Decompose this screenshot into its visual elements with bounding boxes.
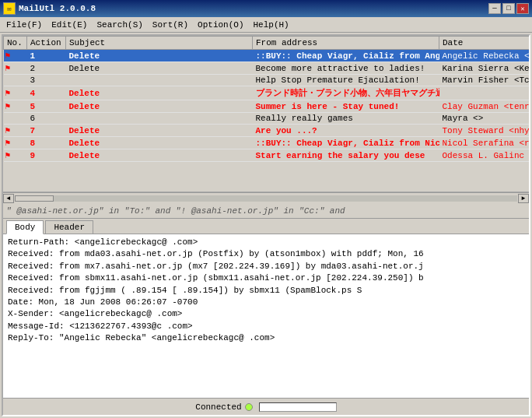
tab-header[interactable]: Header xyxy=(45,220,93,234)
row-subject: Really really games xyxy=(253,113,439,125)
row-flag: ⚑ xyxy=(4,50,27,62)
row-action: Delete xyxy=(66,86,253,100)
row-flag: ⚑ xyxy=(4,149,27,162)
window-title: MailUtl 2.0.0.8 xyxy=(19,4,96,13)
row-from: Nicol Serafina <r xyxy=(439,137,530,149)
row-action: Delete xyxy=(66,62,253,75)
table-row[interactable]: 6Really really gamesMayra <>2008/06/16 2… xyxy=(4,113,530,125)
email-body-container: Return-Path: <angelicrebeckagc@ .com>Rec… xyxy=(3,234,529,398)
col-action: Action xyxy=(27,37,66,50)
table-row[interactable]: ⚑1Delete::BUY:: Cheap Viagr, Cializ from… xyxy=(4,50,530,62)
row-from: Angelic Rebecka <angelicrebeckagc@ xyxy=(439,50,530,62)
menu-search[interactable]: Search(S) xyxy=(92,19,147,31)
row-no: 9 xyxy=(27,149,66,162)
row-subject: ::BUY:: Cheap Viagr, Cializ from Angelic… xyxy=(253,50,439,62)
menu-sort[interactable]: Sort(R) xyxy=(148,19,193,31)
col-from: From address xyxy=(253,37,439,50)
title-bar-left: ✉ MailUtl 2.0.0.8 xyxy=(3,2,96,15)
row-from: Mayra <> xyxy=(439,113,530,125)
tab-body[interactable]: Body xyxy=(6,220,44,234)
body-line: Received: from mx7.asahi-net.or.jp (mx7 … xyxy=(8,261,524,272)
hscroll-right[interactable]: ► xyxy=(518,194,529,203)
body-line: Received: from fgjjmm ( .89.154 [ .89.15… xyxy=(8,285,524,297)
status-input[interactable] xyxy=(259,402,337,412)
row-action: Delete xyxy=(66,125,253,137)
row-no: 7 xyxy=(27,125,66,137)
hscroll-track[interactable] xyxy=(15,195,517,202)
minimize-button[interactable]: ─ xyxy=(488,3,501,14)
col-date: Date xyxy=(439,37,530,50)
row-action: Delete xyxy=(66,137,253,149)
row-no: 3 xyxy=(27,75,66,86)
row-no: 8 xyxy=(27,137,66,149)
row-no: 4 xyxy=(27,86,66,100)
menu-edit[interactable]: Edit(E) xyxy=(47,19,92,31)
row-no: 5 xyxy=(27,100,66,113)
table-row[interactable]: ⚑5DeleteSummer is here - Stay tuned!Clay… xyxy=(4,100,530,113)
table-row[interactable]: ⚑9DeleteStart earning the salary you des… xyxy=(4,149,530,162)
email-body-scroll[interactable]: Return-Path: <angelicrebeckagc@ .com>Rec… xyxy=(3,234,529,398)
row-flag xyxy=(4,75,27,86)
col-subject: Subject xyxy=(66,37,253,50)
maximize-button[interactable]: □ xyxy=(502,3,515,14)
menu-file[interactable]: File(F) xyxy=(2,19,47,31)
row-from: Marvin Fisher <Tc xyxy=(439,75,530,86)
body-line: Received: from sbmx11.asahi-net.or.jp (s… xyxy=(8,272,524,284)
hscroll-left[interactable]: ◄ xyxy=(3,194,14,203)
row-subject: ブランド時計・ブランド小物、六年目ヤマグチ通販オン xyxy=(253,86,439,100)
email-table: No. Action Subject From address Date ⚑1D… xyxy=(3,36,529,162)
row-flag: ⚑ xyxy=(4,86,27,100)
email-list-scroll[interactable]: No. Action Subject From address Date ⚑1D… xyxy=(3,36,529,191)
row-action: Delete xyxy=(66,50,253,62)
row-from: Karina Sierra <Ke xyxy=(439,62,530,75)
title-bar: ✉ MailUtl 2.0.0.8 ─ □ ✕ xyxy=(0,0,532,17)
table-row[interactable]: ⚑8Delete::BUY:: Cheap Viagr, Cializ from… xyxy=(4,137,530,149)
close-button[interactable]: ✕ xyxy=(516,3,529,14)
col-no: No. xyxy=(4,37,27,50)
row-action: Delete xyxy=(66,100,253,113)
body-line: X-Sender: <angelicrebeckagc@ .com> xyxy=(8,308,524,320)
table-row[interactable]: ⚑7DeleteAre you ...?Tony Steward <nhy200… xyxy=(4,125,530,137)
app-icon: ✉ xyxy=(3,2,16,15)
row-from: Tony Steward <nhy xyxy=(439,125,530,137)
row-flag: ⚑ xyxy=(4,100,27,113)
row-subject: Help Stop Premature Ejaculation! xyxy=(253,75,439,86)
filter-bar: " @asahi-net.or.jp" in "To:" and "! @asa… xyxy=(3,203,529,219)
row-flag: ⚑ xyxy=(4,62,27,75)
row-subject: Are you ...? xyxy=(253,125,439,137)
hscroll-thumb[interactable] xyxy=(15,195,54,202)
table-row[interactable]: ⚑2DeleteBecome more attractive to ladies… xyxy=(4,62,530,75)
horizontal-scrollbar[interactable]: ◄ ► xyxy=(3,192,529,203)
menu-option[interactable]: Option(O) xyxy=(193,19,248,31)
row-flag: ⚑ xyxy=(4,137,27,149)
row-from: Clay Guzman <tenr xyxy=(439,100,530,113)
body-line: Date: Mon, 18 Jun 2008 06:26:07 -0700 xyxy=(8,297,524,308)
row-subject: Summer is here - Stay tuned! xyxy=(253,100,439,113)
row-flag xyxy=(4,113,27,125)
body-line: Message-Id: <1213622767.4393@c .com> xyxy=(8,321,524,332)
row-no: 1 xyxy=(27,50,66,62)
row-subject: ::BUY:: Cheap Viagr, Cializ from Nicol S… xyxy=(253,137,439,149)
table-row[interactable]: ⚑4Deleteブランド時計・ブランド小物、六年目ヤマグチ通販オン2008/06… xyxy=(4,86,530,100)
filter-text: " @asahi-net.or.jp" in "To:" and "! @asa… xyxy=(6,206,345,216)
row-action xyxy=(66,113,253,125)
row-no: 2 xyxy=(27,62,66,75)
status-bar: Connected xyxy=(3,398,529,415)
body-line: Return-Path: <angelicrebeckagc@ .com> xyxy=(8,237,524,248)
body-line: Reply-To: "Angelic Rebecka" <angelicrebe… xyxy=(8,332,524,344)
row-from: Odessa L. Galinc xyxy=(439,149,530,162)
table-row[interactable]: 3Help Stop Premature Ejaculation!Marvin … xyxy=(4,75,530,86)
row-action xyxy=(66,75,253,86)
email-list-container: No. Action Subject From address Date ⚑1D… xyxy=(3,36,529,192)
menu-help[interactable]: Help(H) xyxy=(249,19,294,31)
menu-bar: File(F) Edit(E) Search(S) Sort(R) Option… xyxy=(0,17,532,33)
row-action: Delete xyxy=(66,149,253,162)
tab-bar: Body Header xyxy=(3,219,529,234)
body-line: Received: from mda03.asahi-net.or.jp (Po… xyxy=(8,248,524,260)
row-subject: Start earning the salary you dese xyxy=(253,149,439,162)
status-text: Connected xyxy=(195,402,241,412)
title-controls: ─ □ ✕ xyxy=(488,3,529,14)
row-no: 6 xyxy=(27,113,66,125)
row-flag: ⚑ xyxy=(4,125,27,137)
status-light xyxy=(245,403,253,411)
